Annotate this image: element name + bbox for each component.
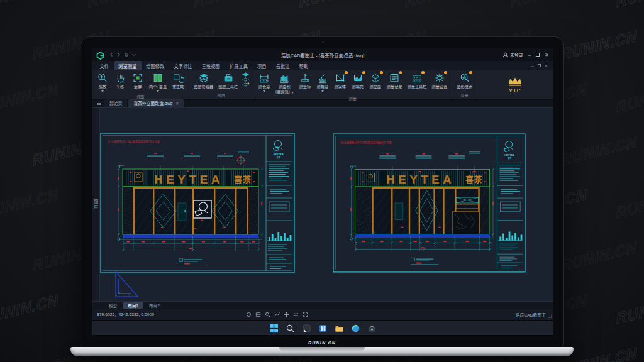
taskbar-search-icon[interactable] — [286, 324, 295, 333]
qa-dropdown-icon[interactable] — [131, 52, 136, 57]
minimize-button[interactable]: – — [528, 52, 531, 58]
svg-text:HEYTEA: HEYTEA — [504, 154, 514, 156]
status-ortho-icon[interactable] — [246, 312, 252, 317]
refresh-icon[interactable] — [124, 52, 129, 57]
ribbon-tool-测角度[interactable]: 测角度 — [314, 71, 331, 93]
ribbon-tool-图层管理器[interactable]: 图层管理器 — [191, 71, 216, 90]
ribbon-tool-测量设置[interactable]: 测量设置 — [429, 71, 450, 90]
ribbon-tool-平移[interactable]: 平移 — [111, 71, 129, 90]
menu-tab-扩展工具[interactable]: 扩展工具 — [225, 61, 252, 70]
status-grid-icon[interactable] — [255, 312, 261, 317]
ribbon-tool-label: 重生成 — [172, 84, 184, 89]
ribbon-tool-测坐标[interactable]: 测坐标 — [296, 71, 314, 90]
menu-tab-文件[interactable]: 文件 — [95, 61, 114, 70]
windows-taskbar — [92, 321, 553, 335]
menu-tab-绘图修改[interactable]: 绘图修改 — [142, 61, 169, 70]
ribbon-tool-两个: 垂直[interactable]: 两个: 垂直 — [147, 71, 169, 93]
quick-access-toolbar[interactable] — [109, 52, 136, 57]
login-label: 未登录 — [510, 52, 523, 58]
statusbar-app-name: 浩辰CAD看图王 — [516, 312, 553, 318]
cad-sheet-a: 注:立面所有尺寸均以现场实际测量尺寸为准HEYTEA喜茶HEYTEA喜茶 — [100, 133, 295, 273]
premium-dot — [345, 71, 348, 74]
taskbar-store-icon[interactable] — [367, 324, 377, 333]
login-button[interactable]: 未登录 — [502, 52, 523, 58]
close-button[interactable]: ✕ — [545, 52, 549, 58]
ribbon-tool-测量记录[interactable]: 测量记录 — [384, 71, 405, 90]
ribbon-tool-全屏[interactable]: 全屏 — [129, 71, 147, 90]
ribbon-tool-测面积[interactable]: 测面积(含圆弧) — [273, 71, 296, 95]
dropdown-caret-icon[interactable] — [291, 92, 294, 94]
vip-badge[interactable]: VIP — [477, 70, 553, 99]
menu-tab-浏览测量[interactable]: 浏览测量 — [114, 61, 142, 70]
ribbon-tool-图形统计[interactable]: 图形统计 — [454, 71, 475, 90]
status-swap-icon[interactable] — [293, 312, 299, 317]
ribbon-tool-测量工具栏[interactable]: 测量工具栏 — [405, 71, 430, 90]
layer-state-icon[interactable] — [242, 82, 250, 87]
doc-tab-close-icon[interactable]: ✕ — [175, 101, 179, 106]
layout-tab-布局2[interactable]: 布局2 — [145, 302, 164, 309]
ribbon-tool-图层工具栏[interactable]: 图层工具栏 — [216, 71, 240, 90]
menu-tab-帮助[interactable]: 帮助 — [294, 61, 313, 70]
ribbon-tool-label: 图层工具栏 — [218, 84, 238, 89]
taskbar-viewer-icon[interactable] — [318, 324, 328, 333]
layer-mini-tools[interactable] — [240, 71, 251, 88]
menu-tab-bar: 文件浏览测量绘图修改文字标注三维视图扩展工具项目云批注帮助 – ✕ — [92, 61, 553, 70]
ribbon-group-图层: 图层管理器图层工具栏图层 — [189, 70, 253, 99]
taskbar-edge-icon[interactable] — [351, 324, 360, 333]
doc-minimize-button[interactable]: – — [531, 63, 534, 68]
undo-icon[interactable] — [109, 52, 114, 57]
ribbon-tool-重生成[interactable]: 重生成 — [169, 71, 187, 90]
measure-area-icon — [278, 72, 291, 84]
watermark-text: RUNIN.CN — [616, 185, 644, 222]
dropdown-caret-icon[interactable] — [101, 90, 104, 92]
maximize-button[interactable] — [536, 53, 540, 57]
doc-tab-喜茶外立面改造.dwg[interactable]: 喜茶外立面改造.dwg✕ — [128, 99, 184, 107]
layer-state-icon[interactable] — [242, 72, 250, 77]
redo-icon[interactable] — [116, 52, 121, 57]
ribbon-group-测量: 测长度测面积(含圆弧)测坐标测角度测实体测填充测立面测量记录测量工具栏测量设置测… — [253, 70, 452, 99]
layout-tab-模型[interactable]: 模型 — [104, 302, 121, 309]
watermark-text: RUNIN.CN — [0, 185, 59, 222]
layout-tab-布局1[interactable]: 布局1 — [123, 302, 143, 309]
layer-state-icon[interactable] — [242, 77, 250, 82]
ribbon-tool-label: 测量工具栏 — [408, 84, 427, 89]
ribbon-tool-测长度[interactable]: 测长度 — [255, 71, 273, 93]
status-fullscreen-icon[interactable] — [303, 312, 308, 317]
menu-tab-云批注[interactable]: 云批注 — [271, 61, 294, 70]
menu-tab-项目[interactable]: 项目 — [253, 61, 272, 70]
watermark-text: RUNIN.CN — [0, 0, 59, 11]
two-vertical-icon — [152, 72, 164, 84]
ribbon-tool-测填充[interactable]: 测填充 — [349, 71, 367, 90]
ribbon-tool-测实体[interactable]: 测实体 — [331, 71, 349, 90]
dropdown-caret-icon[interactable] — [263, 90, 265, 92]
status-polyline-icon[interactable] — [274, 312, 280, 317]
drawing-canvas[interactable]: 注:立面所有尺寸均以现场实际测量尺寸为准HEYTEA喜茶HEYTEA喜茶 注:立… — [100, 108, 553, 301]
status-move-icon[interactable] — [284, 312, 289, 317]
watermark-text: RUNIN.CN — [404, 0, 482, 11]
dropdown-caret-icon[interactable] — [157, 90, 159, 92]
svg-text:HEYTEA: HEYTEA — [154, 173, 223, 186]
ribbon-tool-label: 图形统计 — [457, 84, 472, 89]
layer-panel-tab[interactable]: 图层 — [92, 108, 100, 301]
measure-length-icon — [258, 72, 270, 84]
ribbon-tool-label: 缩放 — [99, 84, 106, 89]
menu-tab-文字标注[interactable]: 文字标注 — [169, 61, 197, 70]
watermark-text: RUNIN.CN — [193, 0, 271, 11]
tab-list-icon[interactable] — [94, 102, 104, 107]
regen-icon — [172, 72, 184, 84]
resize-grip[interactable] — [548, 315, 552, 318]
ribbon-tool-label: 测面积 — [279, 84, 291, 89]
taskbar-explorer-icon[interactable] — [335, 324, 344, 333]
ribbon-tool-缩放[interactable]: 缩放 — [94, 71, 111, 93]
dropdown-caret-icon[interactable] — [321, 90, 324, 92]
taskbar-snip-icon[interactable] — [302, 324, 311, 333]
user-icon — [502, 52, 508, 58]
menu-tab-三维视图[interactable]: 三维视图 — [197, 61, 225, 70]
doc-restore-button[interactable] — [538, 64, 541, 67]
ribbon-tool-测立面[interactable]: 测立面 — [367, 71, 384, 90]
taskbar-windows-icon[interactable] — [269, 324, 279, 333]
doc-tab-起始页[interactable]: 起始页 — [104, 99, 127, 107]
status-zoom-lock-icon[interactable] — [265, 312, 270, 317]
vip-crown-icon — [507, 77, 523, 87]
doc-close-button[interactable]: ✕ — [545, 63, 548, 69]
